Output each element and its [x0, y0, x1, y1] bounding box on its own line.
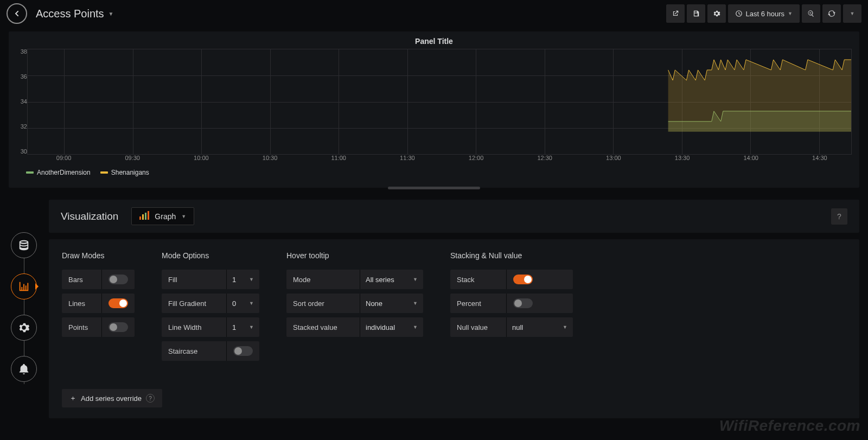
nav-general[interactable] [11, 315, 37, 341]
y-axis: 38 36 34 32 30 [16, 49, 27, 155]
legend-item[interactable]: AnotherDimension [26, 169, 91, 176]
select-stacked-value[interactable]: individual▼ [360, 317, 423, 337]
row-null: Null value null▼ [450, 317, 573, 337]
label: Null value [450, 317, 507, 337]
settings-button[interactable] [707, 4, 726, 23]
panel: Panel Title 38 36 34 32 30 09:0009:3010:… [9, 31, 859, 188]
label: Stack [450, 270, 507, 289]
select-line-width[interactable]: 1▼ [227, 317, 259, 337]
add-override-label: Add series override [81, 394, 142, 403]
section-title: Stacking & Null value [450, 251, 573, 260]
refresh-button[interactable] [822, 4, 841, 23]
row-line-width: Line Width 1▼ [162, 317, 259, 337]
section-title: Hover tooltip [286, 251, 423, 260]
nav-alert[interactable] [11, 356, 37, 382]
plot-area [27, 49, 852, 155]
legend-label: Shenanigans [111, 169, 149, 176]
back-button[interactable] [7, 3, 27, 24]
legend: AnotherDimension Shenanigans [26, 169, 852, 176]
help-button[interactable]: ? [831, 208, 847, 225]
bell-icon [18, 363, 30, 375]
label: Fill Gradient [162, 294, 227, 313]
chevron-down-icon: ▼ [788, 11, 793, 16]
toggle-bars[interactable] [108, 275, 128, 284]
toggle-lines[interactable] [108, 298, 128, 308]
legend-label: AnotherDimension [37, 169, 91, 176]
watermark: WifiReference.com [719, 417, 860, 435]
section-title: Draw Modes [62, 251, 135, 260]
label: Points [62, 317, 102, 337]
time-range-label: Last 6 hours [746, 10, 785, 18]
editor-header: Visualization Graph ▼ ? [49, 200, 859, 233]
question-icon: ? [837, 212, 841, 221]
svg-rect-2 [145, 213, 146, 220]
row-lines: Lines [62, 294, 135, 313]
select-fill[interactable]: 1▼ [227, 270, 259, 289]
arrow-left-icon [12, 9, 21, 18]
cog-icon [18, 322, 30, 334]
select-mode[interactable]: All series▼ [360, 270, 423, 289]
section-mode-options: Mode Options Fill 1▼ Fill Gradient 0▼ Li… [162, 251, 259, 407]
refresh-icon [828, 10, 835, 17]
toggle-percent[interactable] [513, 298, 533, 308]
help-icon: ? [146, 394, 155, 403]
chart-icon [18, 280, 30, 292]
row-percent: Percent [450, 294, 573, 313]
editor-body: Draw Modes Bars Lines Points Mode Option… [49, 239, 859, 418]
toggle-points[interactable] [108, 322, 128, 332]
panel-title: Panel Title [16, 37, 852, 46]
time-range-button[interactable]: Last 6 hours ▼ [728, 4, 800, 23]
clock-icon [735, 10, 743, 17]
label: Lines [62, 294, 102, 313]
label: Staircase [162, 341, 227, 361]
resize-handle[interactable] [388, 187, 480, 189]
dashboard-caret-icon: ▼ [108, 11, 114, 17]
label: Line Width [162, 317, 227, 337]
section-hover: Hover tooltip Mode All series▼ Sort orde… [286, 251, 423, 407]
label: Bars [62, 270, 102, 289]
visualization-picker[interactable]: Graph ▼ [131, 207, 194, 225]
label: Stacked value [286, 317, 360, 337]
x-axis: 09:0009:3010:0010:3011:0011:3012:0012:30… [27, 155, 852, 165]
row-bars: Bars [62, 270, 135, 289]
row-sort: Sort order None▼ [286, 294, 423, 313]
row-points: Points [62, 317, 135, 337]
toggle-stack[interactable] [513, 275, 533, 284]
row-stack: Stack [450, 270, 573, 289]
label: Percent [450, 294, 507, 313]
label: Fill [162, 270, 227, 289]
chevron-down-icon: ▼ [850, 11, 855, 16]
database-icon [18, 239, 30, 251]
dashboard-title[interactable]: Access Points ▼ [36, 8, 114, 20]
select-fill-gradient[interactable]: 0▼ [227, 294, 259, 313]
nav-visualization[interactable] [11, 273, 37, 299]
legend-swatch [26, 171, 34, 174]
add-series-override-button[interactable]: ＋ Add series override ? [62, 389, 162, 407]
save-icon [692, 10, 700, 17]
dashboard-title-text: Access Points [36, 8, 104, 20]
row-staircase: Staircase [162, 341, 259, 361]
refresh-interval-button[interactable]: ▼ [843, 4, 861, 23]
bar-chart-icon [139, 211, 149, 221]
vis-type-label: Graph [155, 212, 176, 221]
chevron-down-icon: ▼ [181, 214, 186, 219]
topbar: Access Points ▼ Last 6 hours ▼ ▼ [0, 0, 868, 27]
select-sort[interactable]: None▼ [360, 294, 423, 313]
series-svg [28, 49, 851, 132]
row-fill: Fill 1▼ [162, 270, 259, 289]
chart[interactable]: 38 36 34 32 30 [27, 49, 852, 155]
row-stacked-value: Stacked value individual▼ [286, 317, 423, 337]
nav-queries[interactable] [11, 232, 37, 258]
legend-item[interactable]: Shenanigans [100, 169, 149, 176]
zoom-out-button[interactable] [802, 4, 820, 23]
select-null-value[interactable]: null▼ [507, 317, 573, 337]
editor-title: Visualization [61, 211, 118, 222]
plus-icon: ＋ [69, 393, 76, 403]
share-button[interactable] [666, 4, 685, 23]
svg-rect-3 [148, 211, 149, 220]
toggle-staircase[interactable] [233, 346, 253, 356]
editor-side-nav [10, 232, 38, 397]
save-button[interactable] [687, 4, 705, 23]
section-stacking: Stacking & Null value Stack Percent Null… [450, 251, 573, 407]
gear-icon [713, 10, 720, 17]
